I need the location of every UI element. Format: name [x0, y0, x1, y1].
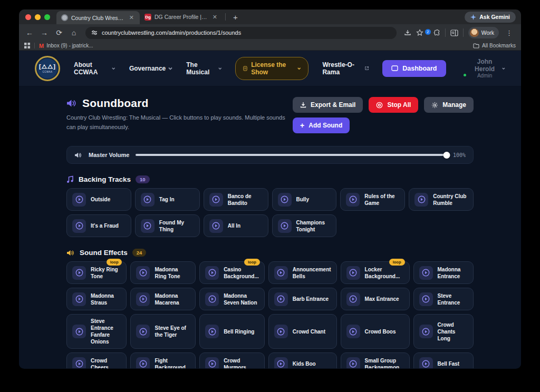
sound-label: Bell Fast [438, 360, 460, 367]
nav-wrestle-o-rama[interactable]: Wrestle-O-Rama [322, 61, 369, 76]
tab-country-club-wrestling[interactable]: Country Club Wrestling Asso ✕ [56, 11, 140, 24]
header-right: Dashboard John Herold Admin [382, 58, 505, 79]
sound-button[interactable]: Kids Boo [268, 352, 337, 368]
sound-label: Madonna Straus [91, 292, 121, 306]
play-circle-icon [346, 357, 360, 369]
site-settings-tune-icon[interactable] [91, 30, 98, 36]
sound-button[interactable]: Crowd Chants Long [413, 314, 474, 349]
sound-button[interactable]: Casino Background...loop [199, 261, 265, 284]
sound-button[interactable]: Champions Tonight [272, 214, 337, 237]
gemini-sparkle-icon [470, 14, 476, 20]
close-tab-icon[interactable]: ✕ [211, 14, 218, 21]
play-circle-icon [274, 325, 288, 338]
sound-button[interactable]: Steve Entrance Fanfare Onions [66, 314, 127, 349]
back-icon[interactable]: ← [23, 28, 36, 37]
tab-dg-career-profile[interactable]: Dg DG Career Profile | Dramatist ✕ [140, 11, 223, 23]
sound-label: Max Entrance [365, 296, 399, 302]
sound-button[interactable]: Bell Ringing [199, 314, 265, 349]
sound-button[interactable]: Announcement Bells [268, 261, 337, 284]
slider-thumb[interactable] [443, 152, 450, 159]
sound-button[interactable]: Madonna Straus [66, 288, 127, 310]
sound-button[interactable]: Locker Background...loop [341, 261, 410, 284]
add-sound-label: Add Sound [308, 122, 342, 129]
extensions-puzzle-icon[interactable] [433, 29, 440, 36]
sound-label: Madonna Ring Tone [155, 266, 190, 280]
sound-button[interactable]: Steve Eye of the Tiger [130, 314, 196, 349]
sound-button[interactable]: Crowd Chant [268, 314, 337, 349]
folder-icon [473, 43, 479, 48]
sound-button[interactable]: Small Group Backgammon... [341, 352, 410, 368]
play-circle-icon [205, 292, 219, 306]
sound-button[interactable]: Bully [272, 188, 337, 211]
dashboard-button[interactable]: Dashboard [382, 60, 446, 77]
sound-button[interactable]: Madonna Seven Nation [199, 288, 265, 310]
stop-all-label: Stop All [387, 101, 411, 109]
side-panel-icon[interactable] [450, 30, 458, 36]
bookmark-inbox[interactable]: M Inbox (9) - jpatrick... [39, 43, 93, 49]
new-tab-button[interactable]: + [228, 13, 243, 22]
bookmark-star-icon[interactable] [416, 29, 423, 36]
sound-button[interactable]: Outside [66, 188, 131, 211]
master-volume-slider[interactable] [136, 152, 446, 158]
ask-gemini-label: Ask Gemini [479, 14, 510, 20]
sound-button[interactable]: Fight Background... [130, 352, 196, 368]
nav-governance[interactable]: Governance [129, 65, 172, 72]
ccwaa-logo[interactable]: [⧍⧍] CCWAA [35, 56, 60, 81]
sound-button[interactable]: Madonna Ring Tone [130, 261, 196, 284]
sound-label: Crowd Cheers [91, 357, 121, 369]
sound-label: Crowd Boos [365, 328, 396, 335]
title-block: Soundboard Country Club Wrestling: The M… [66, 97, 291, 133]
browser-menu-icon[interactable]: ⋮ [504, 29, 515, 37]
sound-button[interactable]: Found My Thing [135, 214, 200, 237]
site-header: [⧍⧍] CCWAA About CCWAA Governance The Mu… [19, 51, 521, 86]
sound-button[interactable]: Madonna Entrance [413, 261, 474, 284]
sound-button[interactable]: Crowd Murmors [199, 352, 265, 368]
sound-label: Country Club Rumble [433, 193, 468, 207]
play-circle-icon [419, 266, 433, 280]
sound-button[interactable]: All In [204, 214, 268, 237]
maximize-window-button[interactable] [44, 14, 50, 20]
address-bar[interactable]: countryclubwrestling.com/admin/productio… [85, 27, 397, 39]
apps-grid-icon[interactable] [24, 43, 30, 48]
add-sound-button[interactable]: + Add Sound [293, 117, 350, 133]
play-circle-icon [346, 292, 360, 306]
close-window-button[interactable] [25, 14, 31, 20]
sound-button[interactable]: Crowd Cheers [66, 352, 127, 368]
export-email-button[interactable]: Export & Email [293, 97, 363, 113]
ask-gemini-button[interactable]: Ask Gemini [465, 12, 516, 23]
nav-the-musical[interactable]: The Musical [186, 61, 221, 76]
sound-button[interactable]: Country Club Rumble [409, 188, 474, 211]
loop-badge: loop [244, 259, 260, 266]
nav-about-ccwaa[interactable]: About CCWAA [74, 61, 115, 76]
stop-all-button[interactable]: Stop All [369, 97, 418, 113]
sound-button[interactable]: Tag In [135, 188, 200, 211]
sound-button[interactable]: Max Entrance [341, 288, 410, 310]
forward-icon[interactable]: → [38, 28, 51, 37]
user-menu[interactable]: John Herold Admin [455, 58, 506, 79]
sound-button[interactable]: Rules of the Game [340, 188, 405, 211]
minimize-window-button[interactable] [35, 14, 41, 20]
sound-button[interactable]: Madonna Macarena [130, 288, 196, 310]
all-bookmarks-button[interactable]: All Bookmarks [473, 43, 516, 48]
manage-button[interactable]: Manage [424, 97, 474, 113]
play-circle-icon [419, 357, 433, 369]
section-count-badge: 24 [132, 249, 147, 257]
sound-button[interactable]: Crowd Boos [341, 314, 410, 349]
close-tab-icon[interactable]: ✕ [128, 14, 135, 21]
chevron-down-icon [297, 66, 301, 71]
sound-label: Crowd Murmors [224, 357, 259, 369]
play-circle-icon [205, 325, 219, 338]
sound-button[interactable]: Steve Entrance [413, 288, 474, 310]
sound-button[interactable]: Barb Entrance [268, 288, 337, 310]
sound-button[interactable]: Ricky Ring Toneloop [66, 261, 127, 284]
install-icon[interactable] [404, 29, 411, 36]
reload-icon[interactable]: ⟳ [53, 28, 65, 37]
sound-button[interactable]: Banco de Bandito [204, 188, 268, 211]
gmail-icon: M [39, 43, 44, 49]
license-the-show-button[interactable]: License the Show [235, 57, 308, 80]
sound-button[interactable]: It's a Fraud [66, 214, 131, 237]
nav-label: The Musical [186, 61, 215, 76]
sound-button[interactable]: Bell Fast [413, 352, 474, 368]
browser-profile-chip[interactable]: Work [468, 27, 499, 38]
home-icon[interactable]: ⌂ [68, 28, 80, 37]
